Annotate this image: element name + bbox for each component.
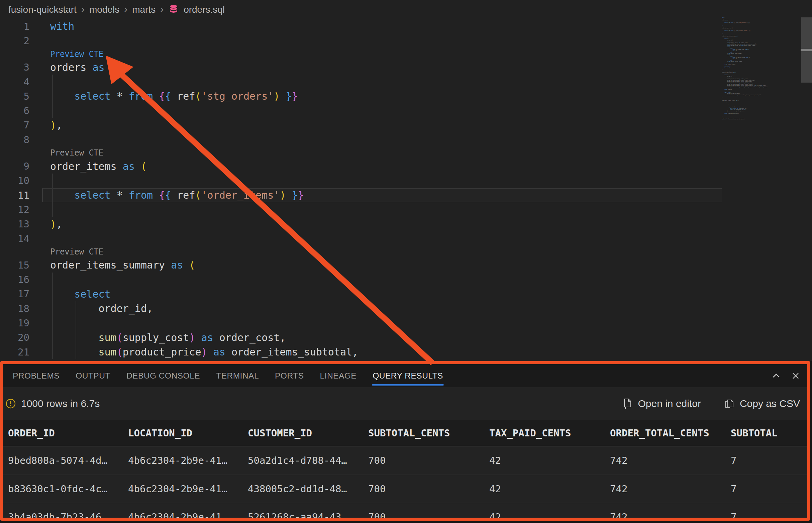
code-token: 'stg_orders' [201, 90, 274, 102]
code-token: ( [117, 332, 123, 343]
code-line[interactable]: 16 [0, 272, 812, 287]
code-token: with [50, 20, 74, 32]
line-number: 7 [0, 120, 50, 131]
table-cell: 700 [368, 483, 489, 494]
column-header[interactable]: SUBTOTAL [731, 427, 812, 439]
code-line[interactable]: 4 [0, 75, 812, 89]
code-line[interactable]: 3orders as ( [0, 60, 812, 75]
open-in-editor-button[interactable]: Open in editor [622, 398, 701, 409]
code-line[interactable]: 7), [0, 118, 812, 132]
table-cell: 42 [489, 455, 610, 466]
results-table-header: ORDER_IDLOCATION_IDCUSTOMER_IDSUBTOTAL_C… [0, 420, 812, 447]
preview-cte-link[interactable]: Preview CTE [50, 148, 103, 158]
minimap[interactable]: with orders as ( select * from {{ ref('s… [722, 17, 770, 127]
code-line[interactable]: 18 order_id, [0, 301, 812, 316]
indent-guide [76, 301, 76, 359]
tab-lineage[interactable]: LINEAGE [320, 364, 357, 387]
code-token: sum [99, 346, 117, 358]
open-in-editor-icon [622, 398, 632, 409]
tab-debug-console[interactable]: DEBUG CONSOLE [126, 364, 200, 387]
line-number: 2 [0, 35, 50, 47]
code-token [50, 346, 99, 358]
code-lens-row: Preview CTE [0, 246, 812, 258]
code-token: supply_cost [123, 332, 189, 343]
line-number: 13 [0, 218, 50, 230]
code-token: select [74, 90, 116, 102]
code-line[interactable]: 17 select [0, 287, 812, 301]
table-row[interactable]: b83630c1-0fdc-4c…4b6c2304-2b9e-41…438005… [0, 474, 812, 503]
column-header[interactable]: TAX_PAID_CENTS [489, 427, 610, 439]
table-cell: 742 [610, 483, 731, 494]
code-line[interactable]: 15order_items_summary as ( [0, 258, 812, 272]
code-token: ( [111, 61, 117, 73]
table-cell: b83630c1-0fdc-4c… [8, 483, 128, 494]
code-token: order_items_subtotal, [231, 346, 358, 358]
code-token: order_id, [50, 303, 153, 314]
code-token: { [165, 90, 177, 102]
tab-ports[interactable]: PORTS [275, 364, 304, 387]
code-line[interactable]: 20 sum(supply_cost) as order_cost, [0, 330, 812, 345]
table-cell: 9bed808a-5074-4d… [8, 455, 128, 466]
code-token: , [56, 120, 62, 131]
code-token: } [286, 189, 297, 201]
code-line[interactable]: 2 [0, 33, 812, 48]
tab-terminal[interactable]: TERMINAL [216, 364, 259, 387]
code-token: ) [274, 90, 279, 102]
code-line[interactable]: 5 select * from {{ ref('stg_orders') }} [0, 89, 812, 103]
code-line[interactable]: 1with [0, 19, 812, 33]
column-header[interactable]: LOCATION_ID [128, 427, 248, 439]
close-icon[interactable] [790, 370, 801, 381]
line-number: 1 [0, 21, 50, 32]
tab-query-results[interactable]: QUERY RESULTS [373, 364, 443, 387]
column-header[interactable]: SUBTOTAL_CENTS [368, 427, 489, 439]
tab-problems[interactable]: PROBLEMS [13, 364, 59, 387]
code-line[interactable]: 11 select * from {{ ref('order_items') }… [0, 188, 812, 202]
results-toolbar: 1000 rows in 6.7s Open in editor [0, 387, 812, 420]
code-editor[interactable]: 1with2Preview CTE3orders as (45 select *… [0, 0, 812, 361]
code-token: { [165, 189, 177, 201]
chevron-up-icon[interactable] [771, 370, 782, 381]
code-line[interactable]: 14 [0, 231, 812, 246]
table-row[interactable]: 3b4a03db-7b23-46…4b6c2304-2b9e-41…526126… [0, 503, 812, 523]
copy-icon [724, 398, 735, 409]
line-number: 8 [0, 134, 50, 145]
line-number: 11 [0, 190, 50, 201]
code-token: } [279, 90, 292, 102]
code-token: ) [279, 189, 286, 201]
tab-output[interactable]: OUTPUT [76, 364, 110, 387]
vscode-window: fusion-quickstart › models › marts › ord… [0, 0, 812, 523]
code-token: ) [189, 332, 195, 343]
code-line[interactable]: 9order_items as ( [0, 159, 812, 173]
preview-cte-link[interactable]: Preview CTE [50, 50, 103, 59]
copy-as-csv-button[interactable]: Copy as CSV [724, 398, 800, 409]
panel-tabs: PROBLEMSOUTPUTDEBUG CONSOLETERMINALPORTS… [0, 364, 812, 387]
table-cell: 700 [368, 455, 489, 466]
code-token: product_price [123, 346, 201, 358]
code-line[interactable]: 19 [0, 316, 812, 330]
code-line[interactable]: 8 [0, 132, 812, 147]
code-line[interactable]: 21 sum(product_price) as order_items_sub… [0, 345, 812, 359]
code-token: * [117, 90, 129, 102]
code-line[interactable]: 10 [0, 174, 812, 188]
code-token: as [213, 346, 231, 358]
code-line[interactable]: 6 [0, 103, 812, 118]
preview-cte-link[interactable]: Preview CTE [50, 247, 103, 256]
code-token: ( [195, 90, 201, 102]
column-header[interactable]: ORDER_TOTAL_CENTS [610, 427, 731, 439]
code-token: sum [99, 332, 117, 343]
minimap-code: with orders as ( select * from {{ ref('s… [722, 17, 770, 120]
code-line[interactable]: 13), [0, 217, 812, 231]
code-token: * [117, 189, 129, 201]
line-number: 3 [0, 61, 50, 73]
line-number: 18 [0, 303, 50, 314]
column-header[interactable]: ORDER_ID [8, 427, 128, 439]
table-row[interactable]: 9bed808a-5074-4d…4b6c2304-2b9e-41…50a2d1… [0, 447, 812, 474]
table-cell: 4b6c2304-2b9e-41… [128, 483, 248, 494]
line-number: 21 [0, 346, 50, 358]
column-header[interactable]: CUSTOMER_ID [248, 427, 368, 439]
line-number: 6 [0, 105, 50, 116]
code-token: as [123, 161, 141, 172]
code-line[interactable]: 12 [0, 202, 812, 217]
code-token: order_items [50, 161, 123, 172]
code-token: ( [189, 259, 195, 271]
